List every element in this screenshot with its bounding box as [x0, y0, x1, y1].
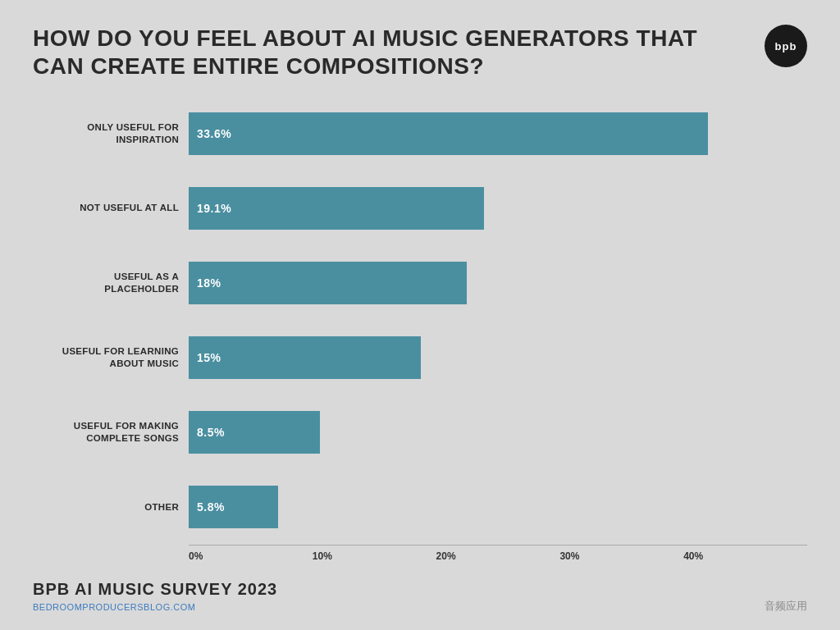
bar: 15%	[189, 336, 421, 379]
footer: BPB AI MUSIC SURVEY 2023 BEDROOMPRODUCER…	[33, 580, 807, 614]
bpb-logo: bpb	[765, 25, 807, 67]
bar-label: NOT USEFUL AT ALL	[33, 202, 189, 214]
bar: 5.8%	[189, 486, 278, 528]
bar-label: USEFUL AS APLACEHOLDER	[33, 271, 189, 295]
bar-container: 5.8%	[189, 486, 807, 528]
bar-value: 15%	[197, 351, 221, 364]
header: HOW DO YOU FEEL ABOUT AI MUSIC GENERATOR…	[33, 25, 807, 80]
bar-row: OTHER5.8%	[33, 470, 807, 545]
bar-row: NOT USEFUL AT ALL19.1%	[33, 171, 807, 245]
bar: 18%	[189, 262, 467, 304]
bar-value: 33.6%	[197, 127, 231, 140]
logo-text: bpb	[775, 40, 797, 52]
bar-label: USEFUL FOR MAKINGCOMPLETE SONGS	[33, 420, 189, 445]
bar: 19.1%	[189, 187, 484, 230]
survey-url[interactable]: BEDROOMPRODUCERSBLOG.COM	[33, 602, 195, 612]
bar-container: 15%	[189, 336, 807, 379]
bar-value: 19.1%	[197, 202, 231, 215]
x-tick: 30%	[559, 550, 683, 562]
x-axis: 0%10%20%30%40%	[189, 545, 807, 562]
watermark: 音频应用	[765, 599, 807, 614]
bar: 33.6%	[189, 112, 708, 155]
bar-row: ONLY USEFUL FORINSPIRATION33.6%	[33, 96, 807, 171]
x-tick: 20%	[436, 550, 560, 562]
x-tick: 10%	[313, 550, 436, 562]
bar-label: USEFUL FOR LEARNINGABOUT MUSIC	[33, 345, 189, 370]
bar: 8.5%	[189, 411, 320, 454]
bar-row: USEFUL AS APLACEHOLDER18%	[33, 245, 807, 320]
chart-area: ONLY USEFUL FORINSPIRATION33.6%NOT USEFU…	[33, 96, 807, 570]
bar-value: 8.5%	[197, 426, 225, 439]
bar-row: USEFUL FOR MAKINGCOMPLETE SONGS8.5%	[33, 395, 807, 470]
bar-container: 33.6%	[189, 112, 807, 155]
survey-title: BPB AI MUSIC SURVEY 2023	[33, 580, 807, 599]
bars-wrapper: ONLY USEFUL FORINSPIRATION33.6%NOT USEFU…	[33, 96, 807, 545]
bar-label: ONLY USEFUL FORINSPIRATION	[33, 121, 189, 146]
main-container: HOW DO YOU FEEL ABOUT AI MUSIC GENERATOR…	[0, 0, 840, 630]
x-tick: 40%	[683, 550, 807, 562]
bar-value: 18%	[197, 276, 221, 290]
bar-container: 18%	[189, 262, 807, 304]
bar-value: 5.8%	[197, 500, 225, 514]
bar-label: OTHER	[33, 501, 189, 514]
x-tick: 0%	[189, 550, 313, 562]
bar-container: 19.1%	[189, 187, 807, 230]
bar-container: 8.5%	[189, 411, 807, 454]
bar-row: USEFUL FOR LEARNINGABOUT MUSIC15%	[33, 321, 807, 395]
page-title: HOW DO YOU FEEL ABOUT AI MUSIC GENERATOR…	[33, 25, 738, 80]
